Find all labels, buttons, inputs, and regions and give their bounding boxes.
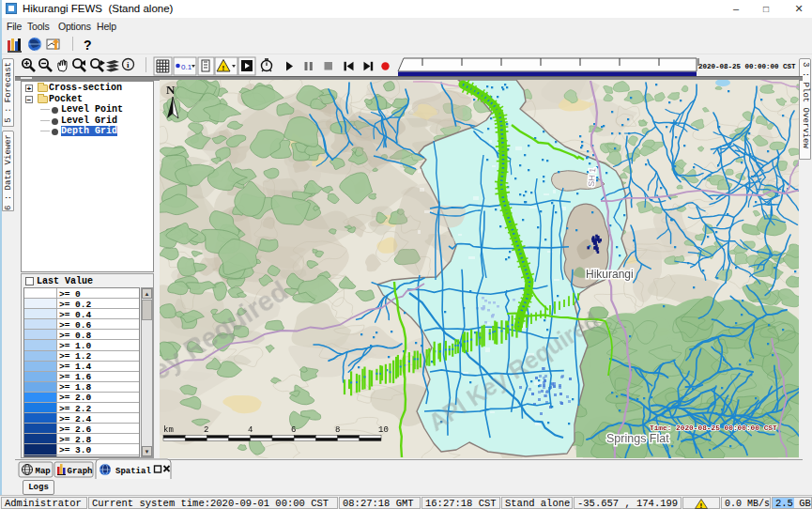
svg-text:Time: 2020-08-25 00:00:00 CST: Time: 2020-08-25 00:00:00 CST (650, 424, 777, 432)
svg-text:!: ! (222, 64, 225, 72)
svg-text:8: 8 (335, 425, 340, 435)
svg-text:Graph: Graph (68, 467, 93, 476)
svg-text:i: i (127, 60, 130, 69)
svg-text:10: 10 (378, 425, 389, 435)
svg-text:Map: Map (36, 467, 51, 476)
svg-text:?: ? (84, 38, 92, 53)
svg-text:0.1: 0.1 (181, 63, 192, 71)
svg-text:!: ! (700, 501, 703, 509)
svg-text:SH 1: SH 1 (587, 167, 598, 187)
svg-text:4: 4 (248, 425, 253, 435)
svg-text:2020-08-25 00:00:00 CST: 2020-08-25 00:00:00 CST (698, 63, 796, 70)
svg-text:Spatial: Spatial (115, 467, 151, 476)
svg-text:2: 2 (204, 425, 208, 435)
svg-text:Springs Flat: Springs Flat (606, 432, 669, 445)
svg-text:N: N (166, 83, 176, 97)
svg-text:Hikurangi: Hikurangi (586, 268, 634, 281)
svg-text:km: km (163, 425, 174, 435)
svg-text:6: 6 (291, 425, 296, 435)
